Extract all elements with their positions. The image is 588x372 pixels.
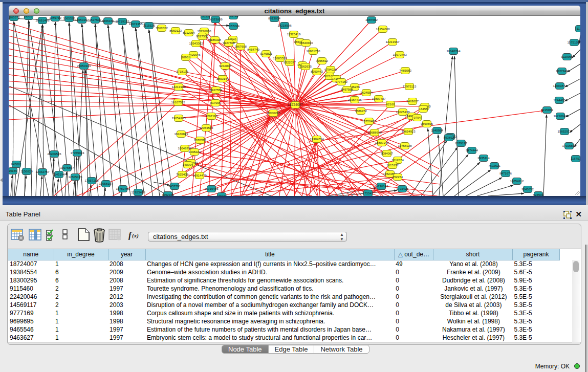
svg-text:18640910: 18640910 (299, 41, 313, 45)
svg-text:15751074: 15751074 (567, 40, 580, 44)
svg-text:9327508: 9327508 (223, 41, 235, 45)
svg-text:8427552: 8427552 (210, 88, 222, 92)
svg-text:15885520: 15885520 (273, 56, 287, 60)
svg-text:10973493: 10973493 (393, 53, 407, 56)
svg-text:9474444: 9474444 (466, 148, 478, 152)
svg-text:190557: 190557 (24, 16, 34, 18)
svg-text:10719155: 10719155 (115, 19, 129, 23)
svg-text:735722: 735722 (228, 16, 239, 17)
svg-text:16033809: 16033809 (208, 17, 223, 21)
svg-text:10688609: 10688609 (367, 130, 382, 134)
svg-text:1117: 1117 (577, 27, 580, 30)
svg-text:13226058: 13226058 (197, 29, 211, 33)
svg-text:15692971: 15692971 (557, 129, 572, 133)
svg-text:8878332: 8878332 (194, 138, 206, 142)
svg-text:1527602: 1527602 (89, 18, 101, 21)
svg-text:9242848: 9242848 (219, 64, 231, 68)
svg-text:2087682: 2087682 (365, 18, 378, 21)
svg-text:1145194: 1145194 (53, 172, 65, 176)
svg-text:9457791: 9457791 (168, 184, 181, 188)
svg-text:15716485: 15716485 (204, 187, 219, 190)
svg-text:19654985: 19654985 (171, 116, 186, 120)
svg-text:20691406: 20691406 (35, 18, 50, 22)
svg-text:845061: 845061 (11, 162, 22, 166)
svg-text:6879197: 6879197 (455, 141, 467, 145)
svg-text:8186328: 8186328 (209, 38, 221, 41)
svg-text:12942757: 12942757 (35, 170, 50, 173)
svg-text:10648764: 10648764 (446, 49, 461, 53)
svg-text:10975867: 10975867 (60, 166, 74, 169)
svg-text:10653267: 10653267 (75, 18, 89, 21)
svg-text:7632621: 7632621 (488, 164, 500, 167)
svg-text:6466160: 6466160 (102, 19, 114, 23)
svg-text:8660123: 8660123 (169, 29, 182, 32)
svg-text:9084067: 9084067 (381, 151, 393, 155)
svg-text:129234: 129234 (216, 194, 227, 196)
svg-text:9329966: 9329966 (561, 55, 573, 58)
svg-text:62160: 62160 (386, 102, 396, 106)
svg-text:8454749: 8454749 (247, 48, 259, 51)
svg-text:20206526: 20206526 (47, 152, 61, 156)
svg-text:16782759: 16782759 (116, 187, 130, 190)
svg-text:2935114: 2935114 (477, 156, 490, 160)
svg-text:7886372: 7886372 (355, 109, 367, 113)
svg-text:12923468: 12923468 (131, 190, 145, 194)
svg-text:893892: 893892 (444, 136, 454, 139)
svg-text:2867608: 2867608 (234, 45, 247, 48)
svg-text:1612074: 1612074 (391, 158, 404, 162)
svg-text:17016504: 17016504 (562, 144, 576, 147)
svg-text:1733426: 1733426 (396, 187, 408, 190)
svg-text:20364436: 20364436 (347, 98, 362, 101)
svg-text:2718176: 2718176 (176, 70, 188, 73)
svg-text:8813054: 8813054 (268, 16, 280, 20)
svg-text:8912954: 8912954 (183, 31, 195, 34)
svg-text:9327500: 9327500 (196, 34, 208, 38)
svg-text:3624554: 3624554 (360, 91, 373, 94)
svg-text:19654923: 19654923 (401, 129, 416, 133)
svg-text:6794028: 6794028 (324, 68, 337, 71)
svg-text:10025438: 10025438 (396, 110, 410, 114)
svg-text:1498222: 1498222 (188, 150, 201, 154)
svg-text:6497568: 6497568 (341, 87, 353, 91)
svg-text:14136141: 14136141 (374, 184, 388, 188)
svg-text:16455: 16455 (419, 107, 428, 111)
svg-text:2803144: 2803144 (216, 77, 229, 80)
svg-text:12213389: 12213389 (171, 85, 186, 89)
svg-text:7485063: 7485063 (399, 69, 411, 72)
svg-text:9463627: 9463627 (406, 99, 419, 103)
svg-text:9146821: 9146821 (260, 52, 272, 55)
svg-text:3267110: 3267110 (205, 114, 217, 118)
svg-text:7515526: 7515526 (143, 24, 155, 27)
svg-text:18724007: 18724007 (288, 103, 303, 106)
svg-text:0699695: 0699695 (421, 122, 433, 125)
svg-text:10654112: 10654112 (510, 179, 524, 183)
svg-text:12353594: 12353594 (199, 126, 213, 129)
svg-text:1615132: 1615132 (386, 163, 399, 167)
svg-text:19166829: 19166829 (174, 132, 188, 136)
svg-text:9227342: 9227342 (556, 69, 568, 73)
svg-text:8471676: 8471676 (499, 171, 512, 175)
svg-text:924501: 924501 (533, 193, 544, 196)
svg-text:1640954: 1640954 (431, 128, 443, 132)
svg-text:252254: 252254 (393, 175, 403, 179)
svg-text:17957255: 17957255 (84, 179, 99, 182)
svg-text:(x): (x) (132, 232, 139, 239)
svg-text:1905572: 1905572 (9, 16, 20, 19)
svg-text:98961: 98961 (182, 55, 191, 59)
svg-text:12505135: 12505135 (68, 175, 82, 179)
svg-text:173342: 173342 (363, 191, 374, 195)
svg-text:12093872: 12093872 (553, 84, 567, 87)
svg-text:8322037: 8322037 (284, 60, 296, 64)
svg-text:10756928: 10756928 (398, 144, 412, 147)
svg-text:1562635: 1562635 (299, 64, 312, 68)
svg-text:10046798: 10046798 (178, 146, 192, 150)
svg-text:1292346: 1292346 (162, 193, 174, 196)
svg-text:1089719: 1089719 (49, 16, 61, 19)
svg-text:39159: 39159 (9, 169, 17, 172)
svg-text:19218506: 19218506 (277, 24, 292, 27)
svg-text:18300295: 18300295 (266, 111, 280, 115)
svg-text:12213967: 12213967 (385, 40, 400, 43)
svg-text:7625402: 7625402 (176, 172, 188, 176)
svg-text:11325419: 11325419 (287, 32, 301, 36)
svg-text:1244415: 1244415 (553, 98, 565, 102)
